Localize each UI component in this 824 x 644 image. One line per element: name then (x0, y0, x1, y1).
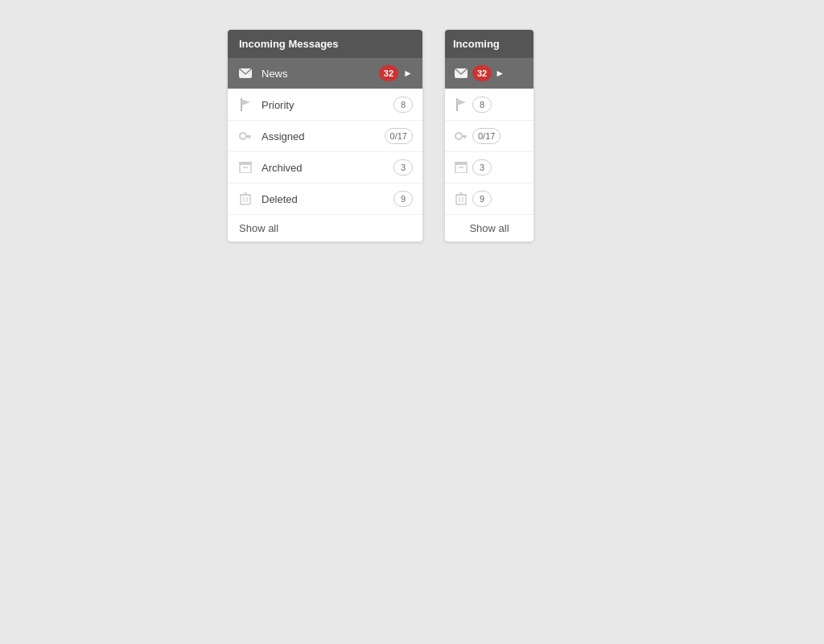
mail-icon (237, 65, 253, 81)
trash-icon (237, 191, 253, 207)
widget2-archived-badge: 3 (472, 159, 492, 175)
flag-icon-compact (453, 97, 469, 113)
widget1-item-news[interactable]: News 32 ► (228, 58, 422, 89)
widget2-priority-badge: 8 (472, 97, 492, 113)
widget1-priority-label: Priority (262, 99, 393, 111)
widget2-header: Incoming (445, 30, 534, 58)
widget2-news-badge: 32 (472, 65, 492, 81)
trash-icon-compact (453, 191, 469, 207)
archive-icon (237, 159, 253, 175)
flag-icon (237, 97, 253, 113)
widget2-item-news[interactable]: 32 ► (445, 58, 534, 89)
widget1-header: Incoming Messages (228, 30, 422, 58)
widget2-item-priority[interactable]: 8 (445, 89, 534, 121)
svg-rect-8 (240, 164, 251, 173)
svg-point-18 (455, 133, 462, 139)
archive-icon-compact (453, 159, 469, 175)
svg-rect-10 (241, 195, 250, 204)
svg-marker-17 (457, 99, 466, 105)
widget1-archived-label: Archived (262, 162, 393, 174)
widget1-assigned-badge: 0/17 (385, 128, 413, 144)
widget1-item-assigned[interactable]: Assigned 0/17 (228, 121, 422, 152)
svg-rect-25 (456, 195, 466, 204)
chevron-compact-icon: ► (495, 68, 505, 79)
key-icon (237, 128, 253, 144)
widget1-deleted-badge: 9 (393, 191, 413, 207)
widget1-priority-badge: 8 (393, 97, 413, 113)
widget2-show-all[interactable]: Show all (445, 215, 534, 242)
widget1-assigned-label: Assigned (262, 130, 385, 142)
widget1-news-badge: 32 (379, 65, 398, 81)
widget1-item-priority[interactable]: Priority 8 (228, 89, 422, 121)
widgets-container: Incoming Messages News 32 ► Priority (228, 30, 534, 242)
incoming-compact-widget: Incoming 32 ► 8 (445, 30, 534, 242)
key-icon-compact (453, 128, 469, 144)
widget2-assigned-badge: 0/17 (472, 128, 501, 144)
widget1-deleted-label: Deleted (262, 193, 393, 205)
widget2-item-deleted[interactable]: 9 (445, 184, 534, 215)
widget2-item-assigned[interactable]: 0/17 (445, 121, 534, 152)
mail-icon-compact (453, 65, 469, 81)
chevron-right-icon: ► (403, 68, 413, 79)
widget1-news-label: News (262, 68, 379, 80)
svg-rect-23 (455, 164, 467, 173)
widget1-show-all[interactable]: Show all (228, 215, 422, 242)
svg-point-3 (240, 133, 246, 139)
widget2-item-archived[interactable]: 3 (445, 152, 534, 184)
widget1-title: Incoming Messages (239, 38, 339, 50)
widget2-title: Incoming (453, 38, 500, 50)
widget2-deleted-badge: 9 (472, 191, 492, 207)
widget1-archived-badge: 3 (393, 159, 413, 175)
svg-marker-2 (241, 99, 250, 105)
widget1-item-archived[interactable]: Archived 3 (228, 152, 422, 184)
widget1-item-deleted[interactable]: Deleted 9 (228, 184, 422, 215)
incoming-messages-widget: Incoming Messages News 32 ► Priority (228, 30, 422, 242)
